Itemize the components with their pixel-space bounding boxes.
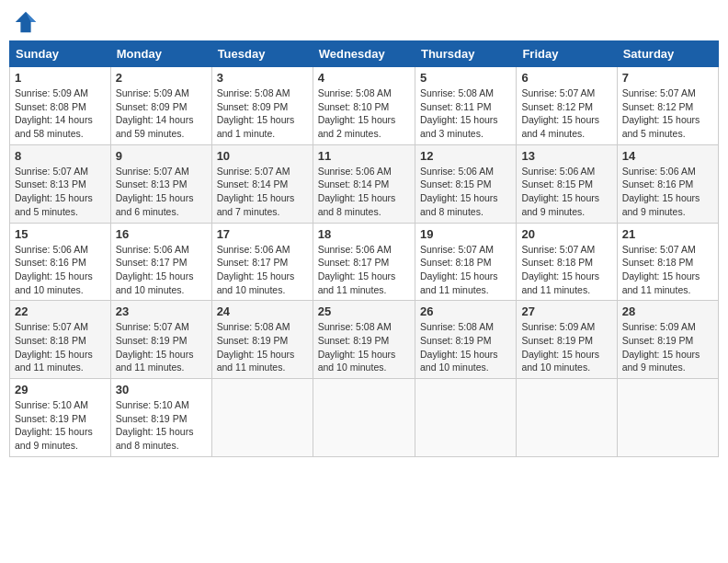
day-info: Sunrise: 5:07 AMSunset: 8:18 PMDaylight:…	[420, 244, 498, 295]
calendar-cell: 21 Sunrise: 5:07 AMSunset: 8:18 PMDaylig…	[617, 223, 718, 301]
calendar-cell: 10 Sunrise: 5:07 AMSunset: 8:14 PMDaylig…	[211, 144, 313, 223]
calendar-cell: 3 Sunrise: 5:08 AMSunset: 8:09 PMDayligh…	[211, 67, 313, 145]
weekday-header-monday: Monday	[110, 41, 211, 67]
header	[9, 9, 719, 35]
day-info: Sunrise: 5:08 AMSunset: 8:11 PMDaylight:…	[420, 87, 498, 139]
day-info: Sunrise: 5:07 AMSunset: 8:19 PMDaylight:…	[116, 321, 194, 373]
calendar-cell: 13 Sunrise: 5:06 AMSunset: 8:15 PMDaylig…	[517, 144, 617, 223]
day-info: Sunrise: 5:07 AMSunset: 8:13 PMDaylight:…	[116, 166, 194, 217]
weekday-header-tuesday: Tuesday	[211, 41, 313, 67]
day-info: Sunrise: 5:07 AMSunset: 8:18 PMDaylight:…	[622, 244, 700, 295]
calendar-cell: 18 Sunrise: 5:06 AMSunset: 8:17 PMDaylig…	[313, 223, 415, 301]
day-info: Sunrise: 5:09 AMSunset: 8:09 PMDaylight:…	[116, 87, 194, 139]
day-info: Sunrise: 5:08 AMSunset: 8:09 PMDaylight:…	[217, 87, 295, 139]
calendar-cell: 30 Sunrise: 5:10 AMSunset: 8:19 PMDaylig…	[110, 379, 211, 457]
calendar-cell: 9 Sunrise: 5:07 AMSunset: 8:13 PMDayligh…	[110, 144, 211, 223]
day-info: Sunrise: 5:10 AMSunset: 8:19 PMDaylight:…	[15, 399, 93, 451]
day-number: 25	[318, 304, 410, 318]
logo-icon	[13, 9, 39, 35]
day-number: 18	[318, 227, 410, 241]
day-number: 17	[217, 227, 308, 241]
day-number: 11	[318, 149, 410, 163]
weekday-header-wednesday: Wednesday	[313, 41, 415, 67]
calendar-cell: 12 Sunrise: 5:06 AMSunset: 8:15 PMDaylig…	[415, 144, 516, 223]
day-number: 8	[15, 149, 106, 163]
day-number: 21	[622, 227, 713, 241]
day-info: Sunrise: 5:09 AMSunset: 8:19 PMDaylight:…	[521, 321, 599, 373]
day-number: 20	[521, 227, 611, 241]
calendar-cell: 15 Sunrise: 5:06 AMSunset: 8:16 PMDaylig…	[10, 223, 111, 301]
day-number: 3	[217, 71, 308, 85]
calendar-cell: 16 Sunrise: 5:06 AMSunset: 8:17 PMDaylig…	[110, 223, 211, 301]
calendar-cell: 17 Sunrise: 5:06 AMSunset: 8:17 PMDaylig…	[211, 223, 313, 301]
day-number: 2	[116, 71, 207, 85]
day-info: Sunrise: 5:07 AMSunset: 8:12 PMDaylight:…	[521, 87, 599, 139]
calendar-cell	[415, 379, 516, 457]
calendar-week-row: 22 Sunrise: 5:07 AMSunset: 8:18 PMDaylig…	[10, 301, 719, 379]
calendar-week-row: 1 Sunrise: 5:09 AMSunset: 8:08 PMDayligh…	[10, 67, 719, 145]
day-info: Sunrise: 5:06 AMSunset: 8:17 PMDaylight:…	[318, 244, 396, 295]
day-number: 9	[116, 149, 207, 163]
day-info: Sunrise: 5:06 AMSunset: 8:16 PMDaylight:…	[622, 166, 700, 217]
calendar-cell: 4 Sunrise: 5:08 AMSunset: 8:10 PMDayligh…	[313, 67, 415, 145]
calendar-cell: 11 Sunrise: 5:06 AMSunset: 8:14 PMDaylig…	[313, 144, 415, 223]
weekday-header-thursday: Thursday	[415, 41, 516, 67]
calendar-cell: 20 Sunrise: 5:07 AMSunset: 8:18 PMDaylig…	[517, 223, 617, 301]
calendar-cell: 26 Sunrise: 5:08 AMSunset: 8:19 PMDaylig…	[415, 301, 516, 379]
day-info: Sunrise: 5:06 AMSunset: 8:15 PMDaylight:…	[420, 166, 498, 217]
calendar-cell: 19 Sunrise: 5:07 AMSunset: 8:18 PMDaylig…	[415, 223, 516, 301]
day-info: Sunrise: 5:07 AMSunset: 8:18 PMDaylight:…	[15, 321, 93, 373]
calendar-cell: 2 Sunrise: 5:09 AMSunset: 8:09 PMDayligh…	[110, 67, 211, 145]
day-number: 27	[521, 304, 611, 318]
day-number: 7	[622, 71, 713, 85]
day-number: 24	[217, 304, 308, 318]
day-number: 30	[116, 383, 207, 396]
day-info: Sunrise: 5:06 AMSunset: 8:17 PMDaylight:…	[217, 244, 295, 295]
day-number: 12	[420, 149, 511, 163]
weekday-header-saturday: Saturday	[617, 41, 718, 67]
calendar-table: SundayMondayTuesdayWednesdayThursdayFrid…	[9, 40, 719, 457]
day-info: Sunrise: 5:07 AMSunset: 8:14 PMDaylight:…	[217, 166, 295, 217]
calendar-cell: 27 Sunrise: 5:09 AMSunset: 8:19 PMDaylig…	[517, 301, 617, 379]
day-info: Sunrise: 5:09 AMSunset: 8:08 PMDaylight:…	[15, 87, 93, 139]
weekday-header-friday: Friday	[517, 41, 617, 67]
day-number: 4	[318, 71, 410, 85]
calendar-cell	[313, 379, 415, 457]
day-info: Sunrise: 5:06 AMSunset: 8:14 PMDaylight:…	[318, 166, 396, 217]
calendar-week-row: 8 Sunrise: 5:07 AMSunset: 8:13 PMDayligh…	[10, 144, 719, 223]
calendar-cell: 1 Sunrise: 5:09 AMSunset: 8:08 PMDayligh…	[10, 67, 111, 145]
day-info: Sunrise: 5:07 AMSunset: 8:18 PMDaylight:…	[521, 244, 599, 295]
calendar-cell: 5 Sunrise: 5:08 AMSunset: 8:11 PMDayligh…	[415, 67, 516, 145]
calendar-cell: 7 Sunrise: 5:07 AMSunset: 8:12 PMDayligh…	[617, 67, 718, 145]
day-info: Sunrise: 5:08 AMSunset: 8:19 PMDaylight:…	[420, 321, 498, 373]
day-number: 29	[15, 383, 106, 396]
weekday-header-row: SundayMondayTuesdayWednesdayThursdayFrid…	[10, 41, 719, 67]
day-number: 22	[15, 304, 106, 318]
calendar-cell: 28 Sunrise: 5:09 AMSunset: 8:19 PMDaylig…	[617, 301, 718, 379]
day-info: Sunrise: 5:10 AMSunset: 8:19 PMDaylight:…	[116, 399, 194, 451]
calendar-cell	[211, 379, 313, 457]
calendar-cell: 6 Sunrise: 5:07 AMSunset: 8:12 PMDayligh…	[517, 67, 617, 145]
day-number: 23	[116, 304, 207, 318]
day-info: Sunrise: 5:06 AMSunset: 8:16 PMDaylight:…	[15, 244, 93, 295]
calendar-cell: 25 Sunrise: 5:08 AMSunset: 8:19 PMDaylig…	[313, 301, 415, 379]
calendar-cell: 14 Sunrise: 5:06 AMSunset: 8:16 PMDaylig…	[617, 144, 718, 223]
calendar-cell: 29 Sunrise: 5:10 AMSunset: 8:19 PMDaylig…	[10, 379, 111, 457]
calendar-cell: 23 Sunrise: 5:07 AMSunset: 8:19 PMDaylig…	[110, 301, 211, 379]
day-info: Sunrise: 5:06 AMSunset: 8:15 PMDaylight:…	[521, 166, 599, 217]
calendar-week-row: 15 Sunrise: 5:06 AMSunset: 8:16 PMDaylig…	[10, 223, 719, 301]
day-number: 26	[420, 304, 511, 318]
day-info: Sunrise: 5:06 AMSunset: 8:17 PMDaylight:…	[116, 244, 194, 295]
weekday-header-sunday: Sunday	[10, 41, 111, 67]
day-number: 6	[521, 71, 611, 85]
day-info: Sunrise: 5:07 AMSunset: 8:12 PMDaylight:…	[622, 87, 700, 139]
day-info: Sunrise: 5:08 AMSunset: 8:19 PMDaylight:…	[217, 321, 295, 373]
day-number: 5	[420, 71, 511, 85]
day-number: 14	[622, 149, 713, 163]
day-number: 10	[217, 149, 308, 163]
day-number: 1	[15, 71, 106, 85]
calendar-week-row: 29 Sunrise: 5:10 AMSunset: 8:19 PMDaylig…	[10, 379, 719, 457]
day-number: 15	[15, 227, 106, 241]
calendar-cell: 24 Sunrise: 5:08 AMSunset: 8:19 PMDaylig…	[211, 301, 313, 379]
day-info: Sunrise: 5:09 AMSunset: 8:19 PMDaylight:…	[622, 321, 700, 373]
